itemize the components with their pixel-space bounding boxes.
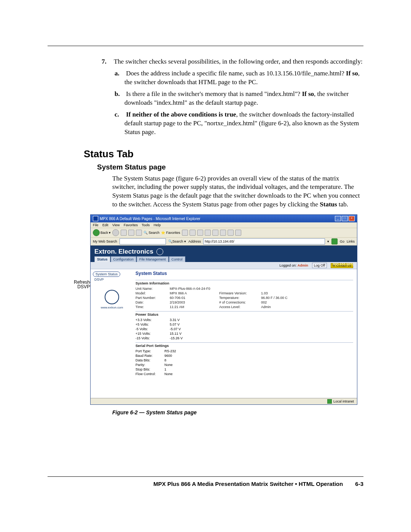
tab-file-management[interactable]: File Management bbox=[137, 256, 169, 262]
forward-button[interactable] bbox=[112, 229, 119, 236]
top-rule bbox=[48, 46, 363, 46]
go-icon[interactable] bbox=[331, 238, 338, 244]
logo-swirl-icon bbox=[105, 290, 119, 304]
close-button[interactable]: × bbox=[349, 216, 355, 221]
home-icon[interactable] bbox=[136, 230, 142, 236]
sysinfo-head: System Information bbox=[135, 281, 353, 285]
system-info-block: System Information Unit Name:MPX-Plus-86… bbox=[135, 280, 353, 309]
tab-status[interactable]: Status bbox=[94, 256, 110, 262]
step-7: 7. The switcher checks several possibili… bbox=[112, 58, 363, 137]
model-label: Model: bbox=[135, 291, 170, 295]
discuss-icon[interactable] bbox=[220, 230, 226, 236]
address-bar: My Web Search 🔍Search ▾ Address http://1… bbox=[91, 238, 357, 246]
brand-logo-icon bbox=[156, 248, 163, 255]
search-go[interactable]: 🔍Search ▾ bbox=[168, 240, 186, 243]
figure-caption: Figure 6-2 — System Status page bbox=[112, 409, 363, 415]
sub-c: c. If neither of the above conditions is… bbox=[124, 110, 363, 137]
zone-icon bbox=[327, 399, 332, 404]
back-button[interactable]: Back ▾ bbox=[93, 229, 111, 236]
brand-header: Extron. Electronics bbox=[91, 246, 357, 256]
toolbar: Back ▾ 🔍 Search ⭐ Favorites bbox=[91, 228, 357, 238]
time-label: Time: bbox=[135, 305, 170, 309]
status-text: Local intranet bbox=[333, 399, 354, 403]
maximize-button[interactable]: □ bbox=[342, 216, 348, 221]
model-value: MPX 866 A bbox=[170, 291, 219, 295]
menu-edit[interactable]: Edit bbox=[102, 223, 108, 227]
status-bar: Local intranet bbox=[91, 398, 357, 404]
login-row: Logged on: Admin Log Off ✉ Contact Us bbox=[91, 262, 357, 269]
conn-label: # of Connections: bbox=[219, 300, 261, 304]
sidebar-url[interactable]: www.extron.com bbox=[93, 306, 131, 309]
links-label[interactable]: Links bbox=[347, 240, 355, 243]
menu-tools[interactable]: Tools bbox=[142, 223, 150, 227]
figure-container: Refresh DSVP MPX 866 A Default Web Pages… bbox=[90, 214, 360, 405]
sidebar: System Status DSVP www.extron.com bbox=[91, 269, 133, 312]
stop-icon[interactable] bbox=[121, 230, 127, 236]
menu-bar: File Edit View Favorites Tools Help bbox=[91, 222, 357, 228]
research-icon[interactable] bbox=[228, 230, 234, 236]
logged-user: Admin bbox=[298, 264, 308, 267]
sub-list: a. Does the address include a specific f… bbox=[124, 69, 363, 137]
favorites-button[interactable]: ⭐ Favorites bbox=[161, 231, 180, 235]
history-icon[interactable] bbox=[190, 230, 196, 236]
page-number: 6-3 bbox=[355, 481, 363, 487]
sidebar-system-status[interactable]: System Status bbox=[93, 272, 120, 277]
menu-view[interactable]: View bbox=[112, 223, 119, 227]
tab-configuration[interactable]: Configuration bbox=[111, 256, 137, 262]
time-value: 11:21 AM bbox=[170, 305, 219, 309]
mail-icon[interactable] bbox=[197, 230, 203, 236]
print-icon[interactable] bbox=[205, 230, 211, 236]
window-title: MPX 866 A Default Web Pages - Microsoft … bbox=[100, 217, 200, 221]
panel-title: System Status bbox=[135, 271, 353, 276]
browser-window: MPX 866 A Default Web Pages - Microsoft … bbox=[90, 214, 357, 405]
logoff-button[interactable]: Log Off bbox=[312, 263, 327, 268]
body-frame: System Status DSVP www.extron.com System… bbox=[91, 269, 357, 399]
unit-label: Unit Name: bbox=[135, 287, 170, 291]
edit-icon[interactable] bbox=[212, 230, 218, 236]
sidebar-dsvp[interactable]: DSVP bbox=[94, 278, 104, 281]
address-input[interactable]: http://10.13.194.65/ bbox=[203, 238, 325, 244]
fw-value: 1.03 bbox=[261, 291, 303, 295]
menu-favorites[interactable]: Favorites bbox=[124, 223, 138, 227]
address-label: Address bbox=[188, 240, 201, 243]
page-content: Extron. Electronics 800.633.9876 Status … bbox=[91, 246, 357, 398]
annotation-labels: Refresh DSVP bbox=[74, 280, 90, 289]
power-block: Power Status +3.3 Volts:3.31 V +5 Volts:… bbox=[135, 311, 353, 340]
sub-a: a. Does the address include a specific f… bbox=[124, 69, 363, 87]
body-paragraph: The System Status page (figure 6-2) prov… bbox=[112, 174, 363, 209]
acc-label: Access Level: bbox=[219, 305, 261, 309]
document-page: 7. The switcher checks several possibili… bbox=[0, 0, 411, 510]
web-search-input[interactable] bbox=[119, 238, 166, 244]
menu-help[interactable]: Help bbox=[154, 223, 161, 227]
heading-system-status: System Status page bbox=[97, 163, 363, 171]
part-label: Part Number: bbox=[135, 296, 170, 300]
unit-value: MPX-Plus-866-A-04-24-F0 bbox=[170, 287, 219, 291]
tab-control[interactable]: Control bbox=[169, 256, 185, 262]
sidebar-logo bbox=[93, 290, 131, 304]
part-value: 60-706-01 bbox=[170, 296, 219, 300]
media-icon[interactable] bbox=[182, 230, 188, 236]
messenger-icon[interactable] bbox=[235, 230, 241, 236]
refresh-icon[interactable] bbox=[128, 230, 134, 236]
heading-status-tab: Status Tab bbox=[84, 148, 363, 160]
date-value: 2/19/2003 bbox=[170, 300, 219, 304]
fw-label: Firmware Version: bbox=[219, 291, 261, 295]
minimize-button[interactable]: _ bbox=[335, 216, 341, 221]
search-label: My Web Search bbox=[93, 240, 117, 243]
search-button[interactable]: 🔍 Search bbox=[143, 231, 159, 235]
step-text: The switcher checks several possibilitie… bbox=[114, 58, 363, 65]
menu-file[interactable]: File bbox=[93, 223, 99, 227]
dropdown-icon[interactable]: ▾ bbox=[327, 240, 329, 243]
temp-value: 96.80 F / 36.00 C bbox=[261, 296, 303, 300]
acc-value: Admin bbox=[261, 305, 303, 309]
phone-number: 800.633.9876 bbox=[333, 262, 354, 266]
page-footer: MPX Plus 866 A Media Presentation Matrix… bbox=[48, 476, 363, 487]
sub-b: b. Is there a file in the switcher's mem… bbox=[124, 90, 363, 107]
ie-icon bbox=[93, 216, 98, 221]
window-titlebar: MPX 866 A Default Web Pages - Microsoft … bbox=[91, 215, 357, 222]
go-label[interactable]: Go bbox=[340, 240, 344, 243]
conn-value: 002 bbox=[261, 300, 303, 304]
power-head: Power Status bbox=[135, 312, 353, 316]
temp-label: Temperature: bbox=[219, 296, 261, 300]
step-num: 7. bbox=[102, 58, 112, 66]
